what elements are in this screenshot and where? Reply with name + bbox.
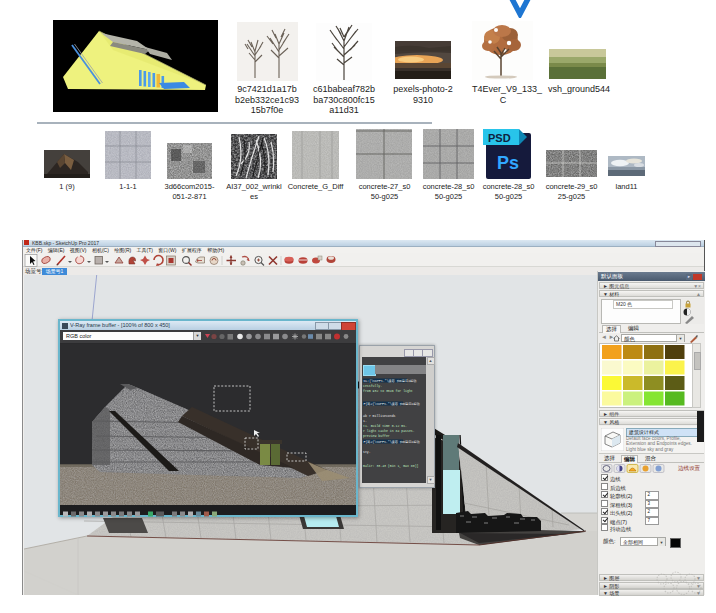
svg-text:PSD: PSD bbox=[488, 132, 511, 144]
svg-text:r light cache in 84 passes.: r light cache in 84 passes. bbox=[363, 429, 415, 433]
svg-text:Ps: Ps bbox=[497, 153, 519, 173]
svg-text:F(路2(\SKPFS.*\接着 和6建筑1起动: F(路2(\SKPFS.*\接着 和6建筑1起动 bbox=[364, 402, 420, 406]
svg-text:preview buffer: preview buffer bbox=[363, 434, 390, 438]
svg-text:ab 7 milliseconds: ab 7 milliseconds bbox=[363, 414, 396, 418]
svg-text:t1. Build time 0.12 ms.: t1. Build time 0.12 ms. bbox=[363, 424, 407, 428]
svg-text:malir: 33.43 (min 1, max 80)]: malir: 33.43 (min 1, max 80)] bbox=[363, 464, 419, 468]
svg-text:F(路2(\SKPFS.*\接着 和6建筑1起动: F(路2(\SKPFS.*\接着 和6建筑1起动 bbox=[364, 440, 420, 444]
svg-text:NL:(\SKPFS.*\接着 和6建筑1起动: NL:(\SKPFS.*\接着 和6建筑1起动 bbox=[364, 379, 417, 383]
svg-text:1.: 1. bbox=[363, 419, 367, 423]
svg-text:sty.: sty. bbox=[363, 450, 371, 454]
svg-text:from 932 to 3046 for light: from 932 to 3046 for light bbox=[363, 389, 413, 393]
svg-text:cessfully.: cessfully. bbox=[363, 384, 382, 388]
